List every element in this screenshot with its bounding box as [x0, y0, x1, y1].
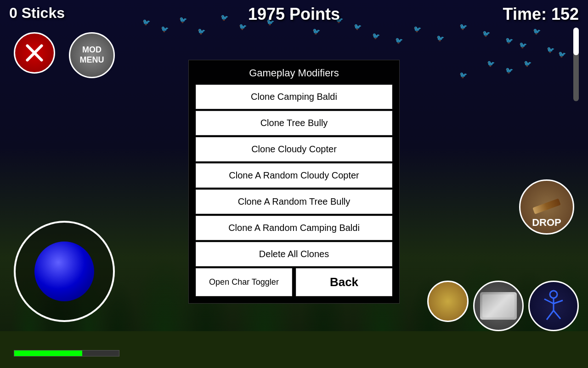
bird-23: 🐦: [524, 60, 531, 67]
bird-16: 🐦: [459, 23, 467, 30]
ground: [0, 331, 588, 368]
delete-all-clones-button[interactable]: Delete All Clones: [196, 242, 392, 266]
svg-line-5: [554, 310, 560, 319]
bird-14: 🐦: [413, 25, 421, 33]
bird-25: 🐦: [487, 60, 495, 67]
bird-22: 🐦: [558, 51, 566, 58]
bird-21: 🐦: [547, 46, 554, 53]
bird-12: 🐦: [372, 32, 380, 40]
figure-button[interactable]: [528, 281, 579, 331]
health-bar: [14, 350, 119, 356]
figure-icon: [537, 288, 570, 324]
clone-random-tree-bully-button[interactable]: Clone A Random Tree Bully: [196, 190, 392, 214]
joystick[interactable]: [14, 221, 115, 322]
bird-9: 🐦: [312, 28, 320, 35]
mirror-icon: [480, 292, 517, 320]
svg-point-0: [550, 291, 557, 298]
svg-line-4: [547, 310, 554, 320]
clone-random-camping-baldi-button[interactable]: Clone A Random Camping Baldi: [196, 216, 392, 240]
back-button[interactable]: Back: [296, 268, 392, 296]
bird-20: 🐦: [533, 28, 541, 35]
bird-19: 🐦: [519, 41, 527, 49]
mirror-button[interactable]: [473, 281, 524, 331]
character-button-1[interactable]: [427, 281, 469, 322]
bottom-right-buttons: [427, 281, 579, 331]
bird-11: 🐦: [354, 23, 362, 30]
svg-line-3: [554, 300, 563, 304]
clone-cloudy-copter-button[interactable]: Clone Cloudy Copter: [196, 137, 392, 161]
bird-24: 🐦: [505, 67, 513, 74]
bird-5: 🐦: [220, 14, 228, 21]
clone-tree-bully-button[interactable]: Clone Tree Bully: [196, 111, 392, 135]
mod-menu-bottom-row: Open Char Toggler Back: [196, 268, 392, 296]
sticks-display: 0 Sticks: [9, 5, 65, 22]
bird-3: 🐦: [179, 16, 187, 23]
close-button[interactable]: [14, 32, 55, 74]
bird-17: 🐦: [482, 30, 490, 37]
clone-camping-baldi-button[interactable]: Clone Camping Baldi: [196, 85, 392, 109]
bird-18: 🐦: [505, 37, 513, 44]
drop-button[interactable]: DROP: [519, 179, 574, 235]
bird-26: 🐦: [459, 71, 467, 79]
mod-menu-title: Gameplay Modifiers: [196, 67, 392, 79]
health-fill: [14, 351, 82, 356]
bird-4: 🐦: [198, 28, 205, 35]
scrollbar-track[interactable]: [573, 28, 579, 101]
mod-menu-label: MODMENU: [80, 45, 104, 65]
clone-random-cloudy-copter-button[interactable]: Clone A Random Cloudy Copter: [196, 163, 392, 188]
scrollbar-thumb[interactable]: [573, 28, 579, 55]
bird-1: 🐦: [142, 18, 150, 26]
bird-6: 🐦: [239, 23, 247, 30]
bird-13: 🐦: [395, 37, 403, 44]
joystick-ball: [34, 242, 94, 301]
bird-15: 🐦: [436, 34, 444, 42]
open-char-toggler-button[interactable]: Open Char Toggler: [196, 268, 292, 296]
svg-line-2: [544, 299, 554, 304]
points-display: 1975 Points: [248, 5, 340, 24]
time-display: Time: 152: [503, 5, 579, 24]
stick-icon: [532, 198, 561, 214]
bird-2: 🐦: [161, 25, 169, 33]
mod-menu-dialog: Gameplay Modifiers Clone Camping Baldi C…: [188, 60, 400, 304]
mod-menu-button[interactable]: MODMENU: [69, 32, 115, 78]
drop-label: DROP: [532, 217, 561, 229]
